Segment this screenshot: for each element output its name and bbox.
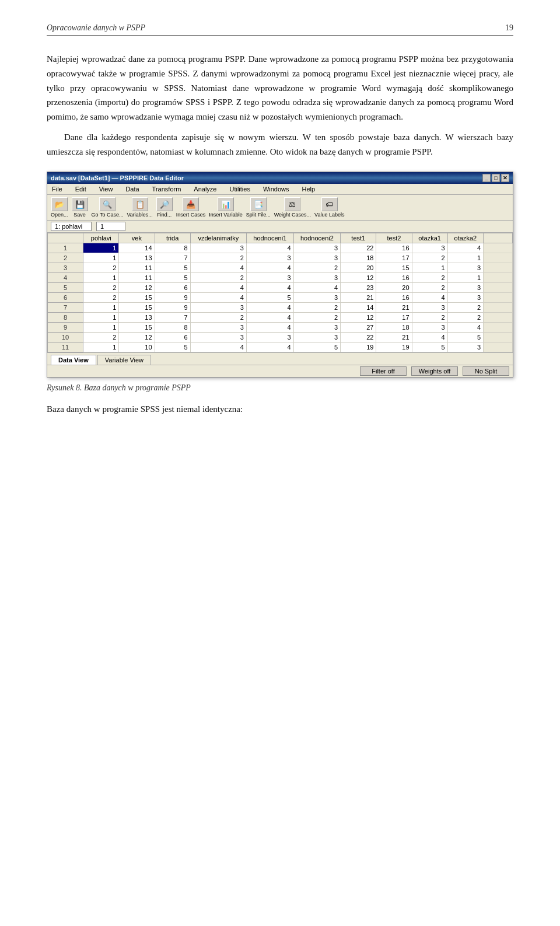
menu-data[interactable]: Data — [123, 185, 141, 193]
toolbar-variables[interactable]: 📋 Variables... — [127, 197, 152, 218]
menu-file[interactable]: File — [50, 185, 65, 193]
variables-icon[interactable]: 📋 — [132, 197, 148, 211]
open-icon[interactable]: 📂 — [51, 197, 68, 211]
table-cell[interactable]: 3 — [293, 323, 341, 333]
table-cell[interactable]: 17 — [376, 253, 412, 263]
table-cell[interactable]: 5 — [155, 263, 190, 273]
table-cell[interactable]: 3 — [412, 303, 447, 313]
table-cell[interactable]: 2 — [83, 283, 119, 293]
table-cell[interactable]: 4 — [246, 313, 293, 323]
cell-ref-value[interactable]: 1 — [96, 222, 125, 231]
table-cell[interactable]: 5 — [155, 343, 190, 352]
table-cell[interactable]: 11 — [119, 273, 155, 283]
table-cell[interactable]: 18 — [341, 253, 376, 263]
table-cell[interactable]: 13 — [119, 253, 155, 263]
table-cell[interactable]: 19 — [341, 343, 376, 352]
table-cell[interactable]: 15 — [119, 303, 155, 313]
table-cell[interactable]: 2 — [293, 263, 341, 273]
table-cell[interactable]: 23 — [341, 283, 376, 293]
tab-variable-view[interactable]: Variable View — [97, 355, 151, 365]
menu-transform[interactable]: Transform — [150, 185, 184, 193]
table-cell[interactable]: 2 — [447, 303, 483, 313]
insert-variable-icon[interactable]: 📊 — [218, 197, 234, 211]
table-cell[interactable]: 3 — [447, 283, 483, 293]
toolbar-goto[interactable]: 🔍 Go To Case... — [92, 197, 124, 218]
toolbar-split-file[interactable]: 📑 Split File... — [246, 197, 271, 218]
table-cell[interactable]: 1 — [83, 303, 119, 313]
table-cell[interactable]: 20 — [376, 283, 412, 293]
table-cell[interactable]: 4 — [190, 263, 246, 273]
table-cell[interactable]: 3 — [246, 253, 293, 263]
table-cell[interactable]: 3 — [447, 293, 483, 303]
table-cell[interactable]: 3 — [293, 293, 341, 303]
table-cell[interactable]: 17 — [376, 313, 412, 323]
table-cell[interactable]: 1 — [83, 313, 119, 323]
table-cell[interactable]: 4 — [190, 283, 246, 293]
table-cell[interactable]: 3 — [190, 243, 246, 253]
table-cell[interactable]: 3 — [412, 323, 447, 333]
table-cell[interactable]: 2 — [293, 303, 341, 313]
table-cell[interactable]: 21 — [376, 303, 412, 313]
table-cell[interactable]: 16 — [376, 293, 412, 303]
table-cell[interactable]: 2 — [83, 333, 119, 343]
toolbar-find[interactable]: 🔎 Find... — [156, 197, 173, 218]
find-icon[interactable]: 🔎 — [156, 197, 173, 211]
table-cell[interactable]: 2 — [293, 313, 341, 323]
table-cell[interactable]: 27 — [341, 323, 376, 333]
maximize-button[interactable]: □ — [492, 174, 500, 182]
table-cell[interactable]: 1 — [83, 253, 119, 263]
table-cell[interactable]: 12 — [119, 333, 155, 343]
toolbar-weight-cases[interactable]: ⚖ Weight Cases... — [274, 197, 311, 218]
table-cell[interactable]: 5 — [412, 343, 447, 352]
col-header-vzdelanimatky[interactable]: vzdelanimatky — [190, 233, 246, 243]
toolbar-insert-variable[interactable]: 📊 Insert Variable — [209, 197, 242, 218]
table-cell[interactable]: 3 — [447, 263, 483, 273]
menu-windows[interactable]: Windows — [261, 185, 292, 193]
table-cell[interactable]: 1 — [83, 243, 119, 253]
table-cell[interactable]: 21 — [376, 333, 412, 343]
table-cell[interactable]: 5 — [246, 293, 293, 303]
col-header-hodnoceni1[interactable]: hodnoceni1 — [246, 233, 293, 243]
table-cell[interactable]: 6 — [155, 283, 190, 293]
table-cell[interactable]: 6 — [155, 333, 190, 343]
table-cell[interactable]: 16 — [376, 273, 412, 283]
table-cell[interactable]: 3 — [293, 243, 341, 253]
cell-ref-box[interactable]: 1: pohlavi — [51, 222, 92, 231]
col-header-trida[interactable]: trida — [155, 233, 190, 243]
value-labels-icon[interactable]: 🏷 — [321, 197, 338, 211]
col-header-hodnoceni2[interactable]: hodnoceni2 — [293, 233, 341, 243]
table-cell[interactable]: 8 — [155, 243, 190, 253]
toolbar-open[interactable]: 📂 Open... — [51, 197, 68, 218]
table-cell[interactable]: 4 — [246, 323, 293, 333]
table-cell[interactable]: 2 — [190, 273, 246, 283]
split-file-icon[interactable]: 📑 — [250, 197, 267, 211]
table-cell[interactable]: 2 — [412, 273, 447, 283]
table-cell[interactable]: 9 — [155, 303, 190, 313]
table-cell[interactable]: 12 — [341, 313, 376, 323]
table-cell[interactable]: 4 — [246, 243, 293, 253]
menu-utilities[interactable]: Utilities — [227, 185, 252, 193]
table-cell[interactable]: 5 — [447, 333, 483, 343]
table-cell[interactable]: 3 — [190, 333, 246, 343]
table-cell[interactable]: 2 — [190, 253, 246, 263]
table-cell[interactable]: 4 — [447, 323, 483, 333]
menu-view[interactable]: View — [97, 185, 116, 193]
table-cell[interactable]: 16 — [376, 243, 412, 253]
menu-analyze[interactable]: Analyze — [191, 185, 219, 193]
table-cell[interactable]: 3 — [293, 273, 341, 283]
table-cell[interactable]: 15 — [119, 323, 155, 333]
table-cell[interactable]: 4 — [246, 263, 293, 273]
table-cell[interactable]: 4 — [412, 333, 447, 343]
table-cell[interactable]: 1 — [83, 343, 119, 352]
table-cell[interactable]: 21 — [341, 293, 376, 303]
col-header-vek[interactable]: vek — [119, 233, 155, 243]
table-cell[interactable]: 5 — [293, 343, 341, 352]
table-cell[interactable]: 7 — [155, 313, 190, 323]
table-cell[interactable]: 13 — [119, 313, 155, 323]
table-cell[interactable]: 4 — [412, 293, 447, 303]
col-header-otazka1[interactable]: otazka1 — [412, 233, 447, 243]
table-cell[interactable]: 22 — [341, 333, 376, 343]
table-cell[interactable]: 14 — [119, 243, 155, 253]
table-cell[interactable]: 3 — [293, 333, 341, 343]
table-cell[interactable]: 2 — [190, 313, 246, 323]
